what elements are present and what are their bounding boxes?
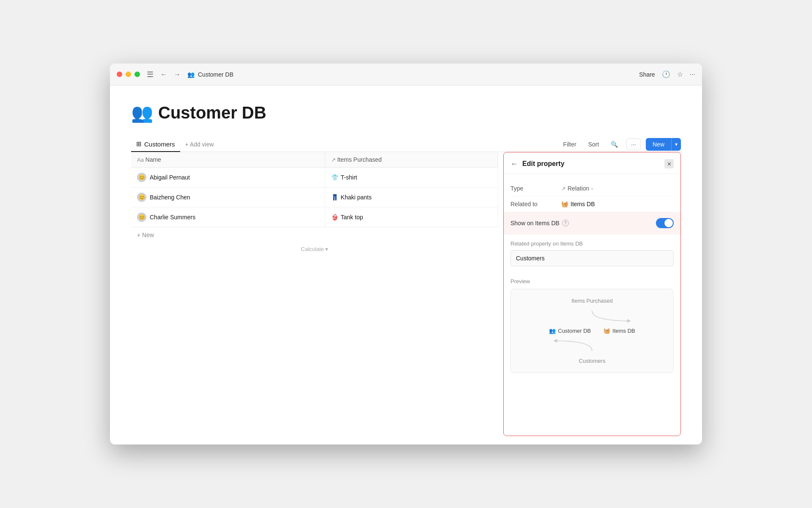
preview-db2: 🧺 Items DB xyxy=(604,328,635,334)
titlebar-actions: Share 🕐 ☆ ··· xyxy=(639,70,695,78)
search-icon[interactable]: 🔍 xyxy=(607,138,621,150)
type-value-text: Relation xyxy=(568,185,589,192)
new-row-label: + New xyxy=(137,232,154,238)
minimize-button[interactable] xyxy=(126,72,131,77)
new-button-group: New ▾ xyxy=(646,138,681,151)
panel-type-row: Type ↗ Relation › xyxy=(510,181,674,196)
toolbar-right: Filter Sort 🔍 ··· New ▾ xyxy=(560,138,681,151)
show-on-items-db-row: Show on Items DB ? xyxy=(504,212,680,235)
preview-db1: 👥 Customer DB xyxy=(549,328,591,334)
row-name-1: Baizheng Chen xyxy=(150,194,190,201)
preview-label: Preview xyxy=(510,278,674,284)
preview-section: Preview Items Purchased xyxy=(510,272,674,379)
cell-item-0[interactable]: 👕 T-shirt xyxy=(325,168,498,188)
titlebar-emoji: 👥 xyxy=(187,71,195,78)
bookmark-icon[interactable]: ☆ xyxy=(677,70,683,78)
panel-type-label: Type xyxy=(510,185,561,192)
cell-item-1[interactable]: 👖 Khaki pants xyxy=(325,188,498,207)
sort-button[interactable]: Sort xyxy=(585,138,603,150)
cell-name-2[interactable]: 😊 Charlie Summers xyxy=(131,207,325,227)
show-on-items-db-label: Show on Items DB ? xyxy=(510,220,656,226)
preview-arrow-up-svg xyxy=(550,339,596,353)
avatar: 😊 xyxy=(137,193,146,202)
related-prop-label: Related property on Items DB xyxy=(510,240,674,247)
panel-close-button[interactable]: ✕ xyxy=(664,159,674,168)
preview-db1-emoji: 👥 xyxy=(549,328,556,334)
forward-button[interactable]: → xyxy=(172,70,182,79)
add-view-label: + Add view xyxy=(185,141,214,148)
new-row-button[interactable]: + New xyxy=(131,227,498,243)
panel-header: ← Edit property ✕ xyxy=(504,152,680,174)
preview-db1-text: Customer DB xyxy=(558,328,591,334)
related-prop-section: Related property on Items DB xyxy=(510,235,674,272)
type-chevron-right: › xyxy=(591,185,593,192)
new-button[interactable]: New xyxy=(646,138,671,151)
page-emoji: 👥 xyxy=(131,102,153,123)
fullscreen-button[interactable] xyxy=(134,72,140,77)
page-title: 👥 Customer DB xyxy=(131,102,681,123)
nav-buttons: ← → xyxy=(159,70,182,79)
preview-db2-emoji: 🧺 xyxy=(604,328,610,334)
items-db-text: Items DB xyxy=(571,201,595,207)
main-content: 👥 Customer DB ⊞ Customers + Add view Fil… xyxy=(110,86,702,444)
show-on-items-db-section: Show on Items DB ? xyxy=(504,212,680,235)
preview-top-label: Items Purchased xyxy=(571,298,613,304)
panel-back-button[interactable]: ← xyxy=(510,160,518,168)
help-icon[interactable]: ? xyxy=(562,220,569,226)
share-button[interactable]: Share xyxy=(639,71,655,78)
toolbar: ⊞ Customers + Add view Filter Sort 🔍 ···… xyxy=(131,137,681,152)
table-panel-row: Aa Name ↗ Items Purchased xyxy=(131,152,681,436)
tab-customers[interactable]: ⊞ Customers xyxy=(131,137,180,152)
relation-type-icon: ↗ xyxy=(331,157,336,163)
main-window: ☰ ← → 👥 Customer DB Share 🕐 ☆ ··· 👥 Cust… xyxy=(110,64,702,444)
menu-icon[interactable]: ☰ xyxy=(147,70,154,79)
close-button[interactable] xyxy=(117,72,122,77)
item-label-1: Khaki pants xyxy=(341,194,372,201)
more-button[interactable]: ··· xyxy=(626,138,641,150)
table-row: 😊 Baizheng Chen 👖 Khaki pants xyxy=(131,188,498,207)
table-icon: ⊞ xyxy=(136,140,142,148)
calculate-button[interactable]: Calculate ▾ xyxy=(131,243,498,256)
history-icon[interactable]: 🕐 xyxy=(662,70,670,78)
titlebar-title: 👥 Customer DB xyxy=(187,71,639,78)
tab-customers-label: Customers xyxy=(144,141,175,148)
item-emoji-0: 👕 xyxy=(331,174,338,181)
back-button[interactable]: ← xyxy=(159,70,169,79)
item-emoji-1: 👖 xyxy=(331,194,338,201)
edit-property-panel: ← Edit property ✕ Type ↗ Relation › xyxy=(503,152,681,436)
more-options-icon[interactable]: ··· xyxy=(690,71,695,78)
titlebar-title-text: Customer DB xyxy=(198,71,233,78)
titlebar: ☰ ← → 👥 Customer DB Share 🕐 ☆ ··· xyxy=(110,64,702,86)
new-dropdown-arrow[interactable]: ▾ xyxy=(671,138,681,151)
filter-button[interactable]: Filter xyxy=(560,138,580,150)
row-name-2: Charlie Summers xyxy=(150,214,195,221)
show-label-text: Show on Items DB xyxy=(510,220,560,226)
show-on-items-db-toggle[interactable] xyxy=(656,218,674,228)
col-items-label: Items Purchased xyxy=(337,156,381,163)
panel-title: Edit property xyxy=(522,160,664,168)
preview-db2-text: Items DB xyxy=(612,328,635,334)
calculate-chevron: ▾ xyxy=(325,246,328,252)
avatar: 😊 xyxy=(137,213,146,222)
table-row: 😊 Charlie Summers 👙 Tank top xyxy=(131,207,498,227)
avatar: 😊 xyxy=(137,173,146,182)
col-header-items[interactable]: ↗ Items Purchased xyxy=(325,152,498,168)
table-row: 😊 Abigail Pernaut 👕 T-shirt xyxy=(131,168,498,188)
row-name-0: Abigail Pernaut xyxy=(150,174,190,181)
col-header-name[interactable]: Aa Name xyxy=(131,152,325,168)
item-label-2: Tank top xyxy=(341,214,363,221)
item-emoji-2: 👙 xyxy=(331,214,338,221)
preview-arrow-down-svg xyxy=(588,309,634,323)
cell-item-2[interactable]: 👙 Tank top xyxy=(325,207,498,227)
panel-related-to-row: Related to 🧺 Items DB xyxy=(510,196,674,212)
panel-body: Type ↗ Relation › Related to 🧺 Items DB xyxy=(504,174,680,436)
panel-type-value[interactable]: ↗ Relation › xyxy=(561,185,674,192)
panel-related-to-value[interactable]: 🧺 Items DB xyxy=(561,201,674,207)
calculate-label: Calculate xyxy=(301,246,324,252)
preview-box: Items Purchased xyxy=(510,289,674,373)
cell-name-1[interactable]: 😊 Baizheng Chen xyxy=(131,188,325,207)
related-prop-input[interactable] xyxy=(510,250,674,266)
cell-name-0[interactable]: 😊 Abigail Pernaut xyxy=(131,168,325,188)
col-name-label: Name xyxy=(145,156,161,163)
add-view-button[interactable]: + Add view xyxy=(180,138,219,151)
